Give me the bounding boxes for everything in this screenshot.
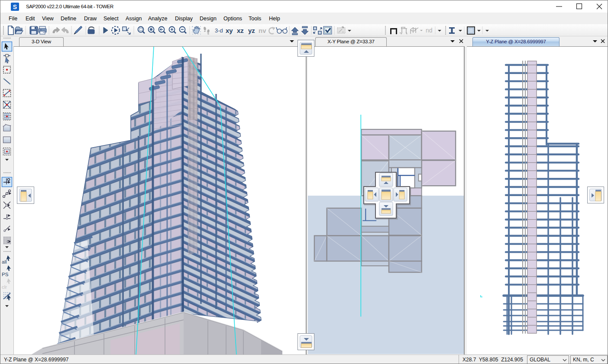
svg-text:xy: xy — [226, 27, 233, 34]
svg-text:clr: clr — [2, 284, 7, 290]
svg-text:PS: PS — [2, 272, 9, 277]
svg-text:yz: yz — [248, 27, 255, 34]
svg-text:nv: nv — [259, 27, 266, 34]
svg-text:nd: nd — [426, 27, 433, 34]
svg-text:S: S — [13, 3, 17, 10]
svg-text:xz: xz — [237, 27, 244, 34]
svg-text:3-d: 3-d — [215, 27, 223, 34]
svg-text:all: all — [2, 259, 7, 264]
